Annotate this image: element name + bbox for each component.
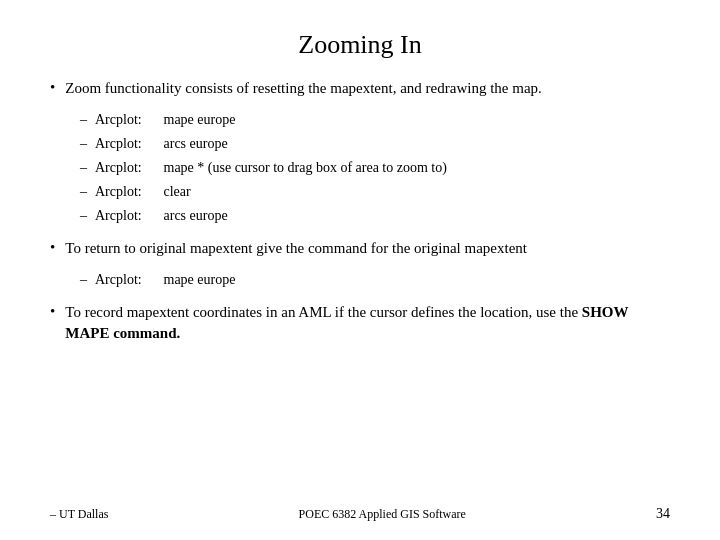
arcplot-label-4: Arcplot: [95, 181, 160, 202]
sub-content-4: Arcplot: clear [95, 181, 191, 202]
footer: – UT Dallas POEC 6382 Applied GIS Softwa… [0, 506, 720, 522]
arcplot-value-5: arcs europe [164, 208, 228, 223]
page-number: 34 [656, 506, 670, 522]
bullet-section-2: • To return to original mapextent give t… [50, 238, 670, 290]
sub-dash-6: – [80, 269, 87, 290]
bullet-text-3: To record mapextent coordinates in an AM… [65, 302, 670, 344]
sub-dash-5: – [80, 205, 87, 226]
sub-content-3: Arcplot: mape * (use cursor to drag box … [95, 157, 447, 178]
sub-item-1: – Arcplot: mape europe [80, 109, 670, 130]
bullet-dot-2: • [50, 239, 55, 256]
sub-list-1: – Arcplot: mape europe – Arcplot: arcs e… [80, 109, 670, 226]
bullet-item-2: • To return to original mapextent give t… [50, 238, 670, 259]
sub-dash-2: – [80, 133, 87, 154]
sub-item-3: – Arcplot: mape * (use cursor to drag bo… [80, 157, 670, 178]
bullet-item-3: • To record mapextent coordinates in an … [50, 302, 670, 344]
slide-title: Zooming In [50, 30, 670, 60]
sub-item-5: – Arcplot: arcs europe [80, 205, 670, 226]
bullet-dot-3: • [50, 303, 55, 320]
bullet-text-2: To return to original mapextent give the… [65, 238, 527, 259]
sub-item-4: – Arcplot: clear [80, 181, 670, 202]
sub-content-5: Arcplot: arcs europe [95, 205, 228, 226]
footer-center: POEC 6382 Applied GIS Software [299, 507, 466, 522]
sub-content-6: Arcplot: mape europe [95, 269, 235, 290]
sub-item-6: – Arcplot: mape europe [80, 269, 670, 290]
arcplot-label-5: Arcplot: [95, 205, 160, 226]
slide-container: Zooming In • Zoom functionality consists… [0, 0, 720, 540]
sub-dash-4: – [80, 181, 87, 202]
sub-dash-3: – [80, 157, 87, 178]
bullet-item-1: • Zoom functionality consists of resetti… [50, 78, 670, 99]
arcplot-label-1: Arcplot: [95, 109, 160, 130]
bullet-dot-1: • [50, 79, 55, 96]
arcplot-label-2: Arcplot: [95, 133, 160, 154]
arcplot-value-6: mape europe [164, 272, 236, 287]
arcplot-label-6: Arcplot: [95, 269, 160, 290]
bullet-section-1: • Zoom functionality consists of resetti… [50, 78, 670, 226]
bullet-section-3: • To record mapextent coordinates in an … [50, 302, 670, 344]
sub-content-1: Arcplot: mape europe [95, 109, 235, 130]
sub-list-2: – Arcplot: mape europe [80, 269, 670, 290]
bullet-text-1: Zoom functionality consists of resetting… [65, 78, 542, 99]
arcplot-value-3: mape * (use cursor to drag box of area t… [164, 160, 447, 175]
sub-item-2: – Arcplot: arcs europe [80, 133, 670, 154]
sub-content-2: Arcplot: arcs europe [95, 133, 228, 154]
sub-dash-1: – [80, 109, 87, 130]
arcplot-value-4: clear [164, 184, 191, 199]
arcplot-value-1: mape europe [164, 112, 236, 127]
footer-left: – UT Dallas [50, 507, 108, 522]
arcplot-value-2: arcs europe [164, 136, 228, 151]
arcplot-label-3: Arcplot: [95, 157, 160, 178]
